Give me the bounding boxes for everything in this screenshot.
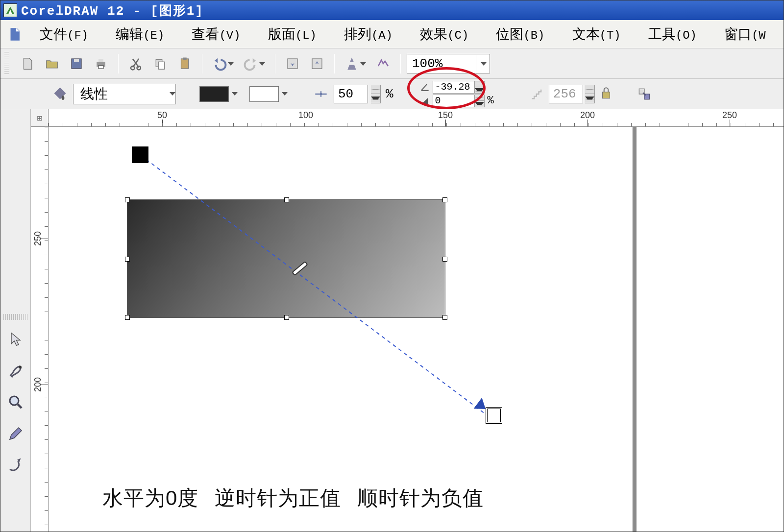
corel-online-button[interactable]	[372, 52, 394, 75]
selection-handle[interactable]	[125, 257, 130, 262]
edge-pad-spinner[interactable]	[475, 95, 485, 107]
zoom-value: 100%	[412, 56, 442, 71]
svg-point-17	[19, 366, 22, 369]
chevron-down-icon[interactable]	[169, 92, 175, 96]
page-boundary	[633, 127, 637, 532]
new-button[interactable]	[16, 52, 39, 75]
toolbox-handle[interactable]	[3, 314, 27, 320]
svg-rect-12	[312, 59, 322, 69]
steps-input: 256	[549, 85, 583, 103]
to-color-picker[interactable]	[249, 86, 288, 102]
workspace: ⊞ 50100150200250 250200	[0, 109, 784, 532]
standard-toolbar: 100%	[0, 48, 784, 79]
midpoint-spinner[interactable]	[371, 85, 381, 103]
ruler-horizontal[interactable]: 50100150200250	[49, 109, 784, 127]
copy-button[interactable]	[149, 52, 172, 75]
svg-point-5	[131, 66, 135, 70]
pick-tool[interactable]	[3, 325, 27, 354]
edge-pad-input[interactable]: 0	[433, 95, 475, 107]
angle-edge-group: -39.28 0 %	[419, 81, 494, 107]
app-icon	[3, 3, 17, 17]
ruler-row: ⊞ 50100150200250	[31, 109, 784, 127]
menu-tools[interactable]: 工具(O)	[635, 22, 710, 47]
midpoint-icon	[311, 84, 331, 104]
menu-view[interactable]: 查看(V)	[178, 22, 254, 47]
smart-draw-tool[interactable]	[3, 450, 27, 480]
shape-tool[interactable]	[3, 356, 27, 386]
menu-window[interactable]: 窗口(W	[710, 22, 780, 47]
import-button[interactable]	[281, 52, 304, 75]
svg-point-18	[10, 396, 19, 405]
selection-handle[interactable]	[442, 197, 447, 202]
chevron-down-icon[interactable]	[282, 92, 288, 96]
ruler-origin[interactable]: ⊞	[31, 109, 49, 127]
fill-type-value: 线性	[80, 85, 108, 103]
zoom-combo[interactable]: 100%	[407, 54, 490, 73]
selection-handle[interactable]	[442, 257, 447, 262]
from-color-picker[interactable]	[199, 86, 238, 102]
cut-button[interactable]	[124, 52, 147, 75]
midpoint-input[interactable]: 50	[334, 85, 368, 103]
gradient-end-handle[interactable]	[486, 407, 502, 424]
freehand-tool[interactable]	[3, 419, 27, 448]
to-color-swatch	[249, 86, 279, 102]
selection-handle[interactable]	[284, 197, 289, 202]
title-bar: CorelDRAW 12 - [图形1]	[0, 0, 784, 20]
fill-type-combo[interactable]: 线性	[73, 84, 176, 104]
menu-effects[interactable]: 效果(C)	[406, 22, 482, 47]
chevron-down-icon[interactable]	[232, 92, 238, 96]
angle-input[interactable]: -39.28	[433, 81, 475, 94]
edge-pad-icon	[419, 96, 432, 106]
steps-spinner	[585, 85, 595, 103]
menu-bitmap[interactable]: 位图(B)	[482, 22, 558, 47]
svg-point-13	[320, 93, 322, 95]
fill-tool-icon	[49, 84, 69, 104]
from-color-swatch	[199, 86, 229, 102]
angle-spinner[interactable]	[475, 81, 485, 94]
menu-file[interactable]: 文件(F)	[26, 22, 102, 47]
print-button[interactable]	[90, 52, 112, 75]
svg-point-6	[137, 66, 141, 70]
svg-rect-1	[74, 59, 79, 62]
svg-rect-9	[181, 59, 189, 69]
menu-text[interactable]: 文本(T)	[559, 22, 635, 47]
selection-handle[interactable]	[125, 315, 130, 320]
steps-icon	[527, 84, 547, 104]
app-launcher-button[interactable]	[341, 52, 370, 75]
ruler-vertical[interactable]: 250200	[31, 127, 49, 532]
gradient-start-handle[interactable]	[132, 146, 148, 163]
svg-rect-3	[98, 59, 103, 62]
selection-handle[interactable]	[125, 197, 130, 202]
menu-layout[interactable]: 版面(L)	[254, 22, 330, 47]
open-button[interactable]	[41, 52, 63, 75]
angle-icon	[419, 82, 432, 93]
copy-properties-button[interactable]	[633, 83, 656, 105]
toolbox-gutter	[0, 109, 31, 532]
toolbar-handle[interactable]	[4, 52, 9, 75]
menu-arrange[interactable]: 排列(A)	[330, 22, 406, 47]
menu-edit[interactable]: 编辑(E)	[102, 22, 178, 47]
selection-handle[interactable]	[442, 315, 447, 320]
zoom-tool[interactable]	[3, 387, 27, 417]
lock-icon[interactable]	[600, 86, 614, 102]
percent-label: %	[386, 87, 393, 101]
window-title: CorelDRAW 12 - [图形1]	[21, 2, 204, 19]
annotation-text: 水平为0度 逆时针为正值 顺时针为负值	[102, 484, 493, 512]
paste-button[interactable]	[173, 52, 196, 75]
svg-rect-4	[98, 66, 103, 69]
menu-bar: 文件(F) 编辑(E) 查看(V) 版面(L) 排列(A) 效果(C) 位图(B…	[0, 20, 784, 48]
selected-rectangle[interactable]	[127, 199, 445, 318]
new-doc-icon[interactable]	[3, 26, 26, 43]
save-button[interactable]	[65, 52, 88, 75]
svg-rect-8	[158, 62, 165, 69]
export-button[interactable]	[306, 52, 328, 75]
redo-button[interactable]	[240, 52, 269, 75]
selection-handle[interactable]	[284, 315, 289, 320]
percent-label: %	[488, 95, 494, 107]
property-bar: 线性 50 % -39.28 0 % 256	[0, 79, 784, 109]
canvas[interactable]: 水平为0度 逆时针为正值 顺时针为负值	[49, 127, 784, 532]
svg-rect-10	[183, 58, 187, 60]
svg-rect-11	[288, 59, 297, 69]
chevron-down-icon[interactable]	[476, 55, 490, 73]
undo-button[interactable]	[208, 52, 238, 75]
